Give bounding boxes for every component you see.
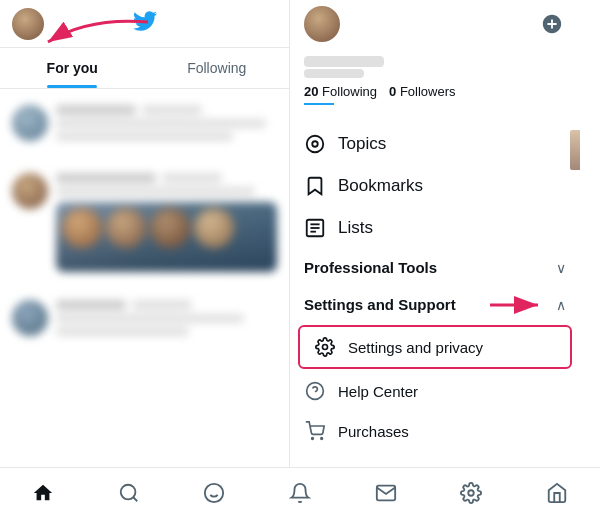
feed-avatar-2	[12, 173, 48, 209]
feed-line-5	[56, 314, 244, 323]
feed-text-block-3	[56, 300, 277, 340]
settings-support-label: Settings and Support	[304, 296, 456, 313]
tab-following[interactable]: Following	[145, 48, 290, 88]
feed-avatar	[12, 105, 48, 141]
feed-avatar-3	[12, 300, 48, 336]
menu-item-topics[interactable]: Topics	[290, 123, 580, 165]
underline-bar	[304, 103, 334, 105]
feed-handle	[142, 105, 202, 115]
left-panel: For you Following	[0, 0, 290, 517]
menu-item-purchases[interactable]: Purchases	[290, 411, 580, 451]
nav-search[interactable]	[109, 473, 149, 513]
settings-privacy-label: Settings and privacy	[348, 339, 483, 356]
main-container: For you Following	[0, 0, 600, 517]
feed-line-6	[56, 327, 189, 336]
avatar-image	[12, 8, 44, 40]
feed-content	[0, 89, 289, 368]
side-thumbnail	[570, 130, 580, 170]
feed-handle-3	[132, 300, 192, 310]
profile-section: 20 Following 0 Followers	[290, 48, 580, 119]
settings-privacy-icon	[314, 336, 336, 358]
help-center-label: Help Center	[338, 383, 418, 400]
svg-point-16	[205, 483, 223, 501]
feed-line-3	[56, 187, 255, 196]
feed-name-2	[56, 173, 156, 183]
purchases-icon	[304, 420, 326, 442]
follow-stats: 20 Following 0 Followers	[304, 84, 566, 99]
svg-point-12	[312, 438, 314, 440]
followers-count: 0	[389, 84, 396, 99]
svg-point-14	[120, 484, 135, 499]
topics-label: Topics	[338, 134, 566, 154]
feed-name	[56, 105, 136, 115]
bottom-nav	[0, 467, 600, 517]
feed-line-1	[56, 119, 266, 128]
section-professional-tools[interactable]: Professional Tools ∨	[290, 249, 580, 286]
svg-point-2	[312, 141, 318, 147]
svg-line-15	[133, 497, 137, 501]
svg-point-19	[469, 490, 475, 496]
professional-tools-label: Professional Tools	[304, 259, 437, 276]
bookmarks-icon	[304, 175, 326, 197]
feed-name-row-2	[56, 173, 277, 183]
nav-spaces[interactable]	[194, 473, 234, 513]
menu-item-help-center[interactable]: Help Center	[290, 371, 580, 411]
svg-point-1	[307, 136, 324, 153]
tab-for-you[interactable]: For you	[0, 48, 145, 88]
feed-name-3	[56, 300, 126, 310]
bookmarks-label: Bookmarks	[338, 176, 566, 196]
menu-item-lists[interactable]: Lists	[290, 207, 580, 249]
feed-name-row	[56, 105, 277, 115]
feed-text-block	[56, 105, 277, 145]
following-stat: 20 Following	[304, 84, 377, 99]
right-arrow-indicator	[490, 293, 550, 317]
followers-label: Followers	[400, 84, 456, 99]
right-header	[290, 0, 580, 48]
settings-support-chevron: ∧	[556, 297, 566, 313]
left-avatar[interactable]	[12, 8, 44, 40]
feed-image	[56, 202, 277, 272]
add-account-icon[interactable]	[538, 10, 566, 38]
menu-items: Topics Bookmarks	[290, 119, 580, 517]
feed-line-2	[56, 132, 233, 141]
profile-handle	[304, 69, 364, 78]
nav-home-right[interactable]	[537, 473, 577, 513]
nav-notifications[interactable]	[280, 473, 320, 513]
feed-name-row-3	[56, 300, 277, 310]
professional-tools-chevron: ∨	[556, 260, 566, 276]
menu-item-settings-privacy[interactable]: Settings and privacy	[298, 325, 572, 369]
following-count: 20	[304, 84, 318, 99]
following-label: Following	[322, 84, 377, 99]
profile-name	[304, 56, 384, 67]
feed-item	[8, 97, 281, 153]
svg-point-13	[321, 438, 323, 440]
right-avatar[interactable]	[304, 6, 340, 42]
topics-icon	[304, 133, 326, 155]
tabs-row: For you Following	[0, 48, 289, 89]
purchases-label: Purchases	[338, 423, 409, 440]
feed-text-block-2	[56, 173, 277, 272]
left-header	[0, 0, 289, 48]
feed-item-3	[8, 292, 281, 348]
right-panel: 20 Following 0 Followers Topic	[290, 0, 580, 517]
nav-home[interactable]	[23, 473, 63, 513]
nav-messages[interactable]	[366, 473, 406, 513]
help-center-icon	[304, 380, 326, 402]
lists-icon	[304, 217, 326, 239]
followers-stat: 0 Followers	[389, 84, 455, 99]
section-settings-support[interactable]: Settings and Support ∧	[290, 286, 580, 323]
nav-settings[interactable]	[451, 473, 491, 513]
twitter-logo	[133, 9, 157, 39]
svg-point-9	[323, 345, 328, 350]
feed-item-2	[8, 165, 281, 280]
lists-label: Lists	[338, 218, 566, 238]
menu-item-bookmarks[interactable]: Bookmarks	[290, 165, 580, 207]
feed-handle-2	[162, 173, 222, 183]
